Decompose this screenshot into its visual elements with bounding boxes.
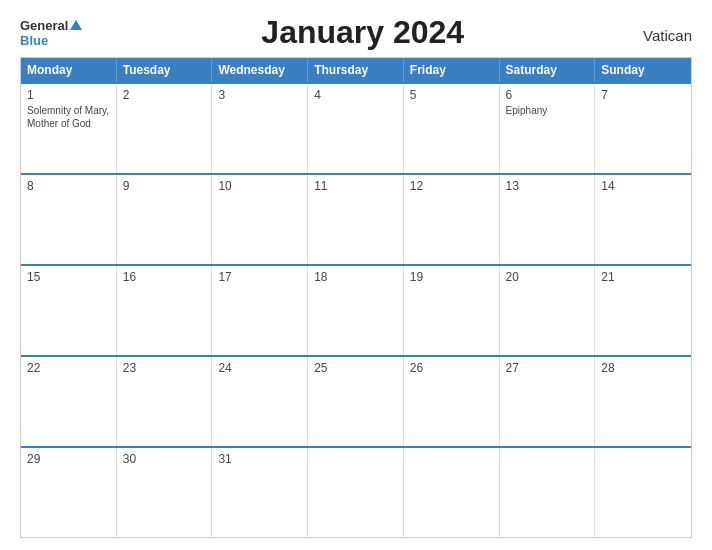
cal-cell-w5-d5 (404, 448, 500, 537)
cal-cell-w1-d6: 6Epiphany (500, 84, 596, 173)
day-number: 24 (218, 361, 301, 375)
col-header-tuesday: Tuesday (117, 58, 213, 82)
cal-cell-w2-d5: 12 (404, 175, 500, 264)
cal-cell-w5-d6 (500, 448, 596, 537)
day-number: 31 (218, 452, 301, 466)
logo-blue-text: Blue (20, 33, 48, 48)
day-number: 26 (410, 361, 493, 375)
cal-cell-w3-d4: 18 (308, 266, 404, 355)
cal-cell-w4-d4: 25 (308, 357, 404, 446)
calendar-week-5: 293031 (21, 446, 691, 537)
cal-cell-w1-d7: 7 (595, 84, 691, 173)
cal-cell-w1-d5: 5 (404, 84, 500, 173)
day-number: 25 (314, 361, 397, 375)
day-number: 10 (218, 179, 301, 193)
day-number: 29 (27, 452, 110, 466)
cal-cell-w5-d4 (308, 448, 404, 537)
country-label: Vatican (643, 27, 692, 44)
cal-cell-w3-d3: 17 (212, 266, 308, 355)
day-event: Epiphany (506, 104, 589, 117)
cal-cell-w2-d1: 8 (21, 175, 117, 264)
day-number: 11 (314, 179, 397, 193)
day-number: 20 (506, 270, 589, 284)
day-number: 28 (601, 361, 685, 375)
day-number: 22 (27, 361, 110, 375)
calendar: Monday Tuesday Wednesday Thursday Friday… (20, 57, 692, 538)
cal-cell-w5-d7 (595, 448, 691, 537)
day-number: 1 (27, 88, 110, 102)
day-event: Solemnity of Mary, Mother of God (27, 104, 110, 130)
cal-cell-w2-d4: 11 (308, 175, 404, 264)
day-number: 3 (218, 88, 301, 102)
calendar-week-4: 22232425262728 (21, 355, 691, 446)
cal-cell-w3-d6: 20 (500, 266, 596, 355)
page: General Blue January 2024 Vatican Monday… (0, 0, 712, 550)
day-number: 4 (314, 88, 397, 102)
day-number: 18 (314, 270, 397, 284)
cal-cell-w2-d7: 14 (595, 175, 691, 264)
cal-cell-w4-d1: 22 (21, 357, 117, 446)
cal-cell-w5-d1: 29 (21, 448, 117, 537)
calendar-week-3: 15161718192021 (21, 264, 691, 355)
col-header-friday: Friday (404, 58, 500, 82)
col-header-thursday: Thursday (308, 58, 404, 82)
month-title: January 2024 (82, 14, 643, 51)
col-header-wednesday: Wednesday (212, 58, 308, 82)
cal-cell-w3-d5: 19 (404, 266, 500, 355)
day-number: 2 (123, 88, 206, 102)
col-header-sunday: Sunday (595, 58, 691, 82)
day-number: 8 (27, 179, 110, 193)
day-number: 30 (123, 452, 206, 466)
day-number: 13 (506, 179, 589, 193)
day-number: 27 (506, 361, 589, 375)
day-number: 14 (601, 179, 685, 193)
day-number: 21 (601, 270, 685, 284)
cal-cell-w1-d4: 4 (308, 84, 404, 173)
cal-cell-w3-d7: 21 (595, 266, 691, 355)
calendar-header: Monday Tuesday Wednesday Thursday Friday… (21, 58, 691, 82)
day-number: 16 (123, 270, 206, 284)
logo-triangle-icon (70, 20, 82, 30)
cal-cell-w2-d6: 13 (500, 175, 596, 264)
cal-cell-w3-d2: 16 (117, 266, 213, 355)
day-number: 17 (218, 270, 301, 284)
cal-cell-w5-d3: 31 (212, 448, 308, 537)
calendar-week-2: 891011121314 (21, 173, 691, 264)
calendar-week-1: 1Solemnity of Mary, Mother of God23456Ep… (21, 82, 691, 173)
cal-cell-w2-d2: 9 (117, 175, 213, 264)
day-number: 23 (123, 361, 206, 375)
day-number: 19 (410, 270, 493, 284)
day-number: 9 (123, 179, 206, 193)
day-number: 7 (601, 88, 685, 102)
col-header-monday: Monday (21, 58, 117, 82)
cal-cell-w2-d3: 10 (212, 175, 308, 264)
col-header-saturday: Saturday (500, 58, 596, 82)
day-number: 15 (27, 270, 110, 284)
day-number: 6 (506, 88, 589, 102)
logo-general-text: General (20, 18, 68, 33)
header: General Blue January 2024 Vatican (20, 18, 692, 51)
cal-cell-w1-d3: 3 (212, 84, 308, 173)
cal-cell-w4-d3: 24 (212, 357, 308, 446)
cal-cell-w5-d2: 30 (117, 448, 213, 537)
cal-cell-w3-d1: 15 (21, 266, 117, 355)
cal-cell-w4-d6: 27 (500, 357, 596, 446)
calendar-body: 1Solemnity of Mary, Mother of God23456Ep… (21, 82, 691, 537)
day-number: 12 (410, 179, 493, 193)
cal-cell-w4-d5: 26 (404, 357, 500, 446)
cal-cell-w4-d7: 28 (595, 357, 691, 446)
day-number: 5 (410, 88, 493, 102)
logo: General Blue (20, 18, 82, 48)
cal-cell-w1-d2: 2 (117, 84, 213, 173)
cal-cell-w4-d2: 23 (117, 357, 213, 446)
cal-cell-w1-d1: 1Solemnity of Mary, Mother of God (21, 84, 117, 173)
